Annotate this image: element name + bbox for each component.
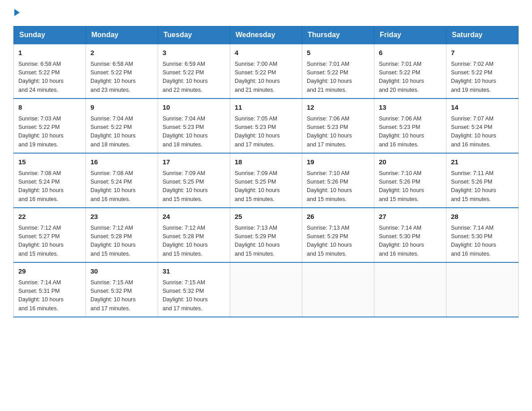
day-number: 8 xyxy=(18,103,81,113)
day-number: 9 xyxy=(90,103,153,113)
col-header-friday: Friday xyxy=(374,26,446,44)
calendar-cell: 18 Sunrise: 7:09 AM Sunset: 5:25 PM Dayl… xyxy=(230,153,302,208)
calendar-table: SundayMondayTuesdayWednesdayThursdayFrid… xyxy=(13,26,519,317)
day-info: Sunrise: 7:07 AM Sunset: 5:24 PM Dayligh… xyxy=(451,115,514,150)
day-number: 28 xyxy=(451,212,514,222)
day-info: Sunrise: 7:08 AM Sunset: 5:24 PM Dayligh… xyxy=(90,169,153,204)
logo-arrow-icon xyxy=(14,9,20,16)
day-number: 22 xyxy=(18,212,81,222)
day-number: 27 xyxy=(379,212,442,222)
day-number: 21 xyxy=(451,157,514,167)
calendar-cell: 23 Sunrise: 7:12 AM Sunset: 5:28 PM Dayl… xyxy=(86,208,158,262)
day-info: Sunrise: 7:06 AM Sunset: 5:23 PM Dayligh… xyxy=(379,115,442,150)
day-number: 14 xyxy=(451,103,514,113)
day-number: 5 xyxy=(307,48,369,58)
calendar-cell: 28 Sunrise: 7:14 AM Sunset: 5:30 PM Dayl… xyxy=(446,208,519,262)
day-number: 16 xyxy=(90,157,153,167)
calendar-week-row: 22 Sunrise: 7:12 AM Sunset: 5:27 PM Dayl… xyxy=(14,208,519,262)
day-info: Sunrise: 7:09 AM Sunset: 5:25 PM Dayligh… xyxy=(163,169,225,204)
day-info: Sunrise: 7:08 AM Sunset: 5:24 PM Dayligh… xyxy=(18,169,81,204)
calendar-cell: 22 Sunrise: 7:12 AM Sunset: 5:27 PM Dayl… xyxy=(14,208,86,262)
calendar-cell: 8 Sunrise: 7:03 AM Sunset: 5:22 PM Dayli… xyxy=(14,98,86,153)
day-number: 1 xyxy=(18,48,81,58)
calendar-cell: 26 Sunrise: 7:13 AM Sunset: 5:29 PM Dayl… xyxy=(302,208,374,262)
day-number: 4 xyxy=(235,48,297,58)
day-number: 29 xyxy=(18,266,81,277)
day-info: Sunrise: 7:14 AM Sunset: 5:31 PM Dayligh… xyxy=(18,278,81,313)
day-number: 20 xyxy=(379,157,442,167)
col-header-sunday: Sunday xyxy=(14,26,86,44)
calendar-cell: 3 Sunrise: 6:59 AM Sunset: 5:22 PM Dayli… xyxy=(158,44,230,98)
calendar-cell: 14 Sunrise: 7:07 AM Sunset: 5:24 PM Dayl… xyxy=(446,98,519,153)
logo xyxy=(13,9,20,17)
day-number: 30 xyxy=(90,266,153,277)
calendar-cell: 5 Sunrise: 7:01 AM Sunset: 5:22 PM Dayli… xyxy=(302,44,374,98)
calendar-week-row: 15 Sunrise: 7:08 AM Sunset: 5:24 PM Dayl… xyxy=(14,153,519,208)
calendar-cell: 12 Sunrise: 7:06 AM Sunset: 5:23 PM Dayl… xyxy=(302,98,374,153)
day-number: 18 xyxy=(235,157,297,167)
day-info: Sunrise: 7:04 AM Sunset: 5:23 PM Dayligh… xyxy=(163,115,225,150)
calendar-cell: 2 Sunrise: 6:58 AM Sunset: 5:22 PM Dayli… xyxy=(86,44,158,98)
calendar-cell xyxy=(302,262,374,317)
calendar-cell xyxy=(446,262,519,317)
day-info: Sunrise: 7:12 AM Sunset: 5:28 PM Dayligh… xyxy=(90,224,153,259)
col-header-thursday: Thursday xyxy=(302,26,374,44)
day-info: Sunrise: 6:59 AM Sunset: 5:22 PM Dayligh… xyxy=(163,60,225,95)
calendar-cell: 21 Sunrise: 7:11 AM Sunset: 5:26 PM Dayl… xyxy=(446,153,519,208)
calendar-cell: 20 Sunrise: 7:10 AM Sunset: 5:26 PM Dayl… xyxy=(374,153,446,208)
col-header-wednesday: Wednesday xyxy=(230,26,302,44)
day-number: 15 xyxy=(18,157,81,167)
day-number: 10 xyxy=(163,103,225,113)
calendar-cell xyxy=(374,262,446,317)
calendar-cell: 25 Sunrise: 7:13 AM Sunset: 5:29 PM Dayl… xyxy=(230,208,302,262)
calendar-cell: 30 Sunrise: 7:15 AM Sunset: 5:32 PM Dayl… xyxy=(86,262,158,317)
day-number: 6 xyxy=(379,48,442,58)
calendar-cell: 24 Sunrise: 7:12 AM Sunset: 5:28 PM Dayl… xyxy=(158,208,230,262)
calendar-cell: 1 Sunrise: 6:58 AM Sunset: 5:22 PM Dayli… xyxy=(14,44,86,98)
calendar-cell: 29 Sunrise: 7:14 AM Sunset: 5:31 PM Dayl… xyxy=(14,262,86,317)
calendar-cell: 11 Sunrise: 7:05 AM Sunset: 5:23 PM Dayl… xyxy=(230,98,302,153)
day-info: Sunrise: 7:04 AM Sunset: 5:22 PM Dayligh… xyxy=(90,115,153,150)
calendar-cell: 13 Sunrise: 7:06 AM Sunset: 5:23 PM Dayl… xyxy=(374,98,446,153)
calendar-cell: 17 Sunrise: 7:09 AM Sunset: 5:25 PM Dayl… xyxy=(158,153,230,208)
day-number: 23 xyxy=(90,212,153,222)
day-info: Sunrise: 6:58 AM Sunset: 5:22 PM Dayligh… xyxy=(90,60,153,95)
day-info: Sunrise: 7:14 AM Sunset: 5:30 PM Dayligh… xyxy=(451,224,514,259)
day-info: Sunrise: 7:06 AM Sunset: 5:23 PM Dayligh… xyxy=(307,115,369,150)
day-info: Sunrise: 7:01 AM Sunset: 5:22 PM Dayligh… xyxy=(307,60,369,95)
day-number: 11 xyxy=(235,103,297,113)
calendar-week-row: 29 Sunrise: 7:14 AM Sunset: 5:31 PM Dayl… xyxy=(14,262,519,317)
day-number: 24 xyxy=(163,212,225,222)
day-number: 7 xyxy=(451,48,514,58)
day-info: Sunrise: 7:15 AM Sunset: 5:32 PM Dayligh… xyxy=(90,278,153,313)
day-info: Sunrise: 7:09 AM Sunset: 5:25 PM Dayligh… xyxy=(235,169,297,204)
calendar-cell: 19 Sunrise: 7:10 AM Sunset: 5:26 PM Dayl… xyxy=(302,153,374,208)
day-info: Sunrise: 7:05 AM Sunset: 5:23 PM Dayligh… xyxy=(235,115,297,150)
calendar-header-row: SundayMondayTuesdayWednesdayThursdayFrid… xyxy=(14,26,519,44)
day-number: 17 xyxy=(163,157,225,167)
day-info: Sunrise: 7:01 AM Sunset: 5:22 PM Dayligh… xyxy=(379,60,442,95)
day-info: Sunrise: 7:13 AM Sunset: 5:29 PM Dayligh… xyxy=(235,224,297,259)
calendar-cell: 27 Sunrise: 7:14 AM Sunset: 5:30 PM Dayl… xyxy=(374,208,446,262)
day-number: 13 xyxy=(379,103,442,113)
day-number: 31 xyxy=(163,266,225,277)
calendar-cell: 7 Sunrise: 7:02 AM Sunset: 5:22 PM Dayli… xyxy=(446,44,519,98)
day-number: 19 xyxy=(307,157,369,167)
day-info: Sunrise: 6:58 AM Sunset: 5:22 PM Dayligh… xyxy=(18,60,81,95)
calendar-cell: 10 Sunrise: 7:04 AM Sunset: 5:23 PM Dayl… xyxy=(158,98,230,153)
calendar-week-row: 1 Sunrise: 6:58 AM Sunset: 5:22 PM Dayli… xyxy=(14,44,519,98)
day-info: Sunrise: 7:11 AM Sunset: 5:26 PM Dayligh… xyxy=(451,169,514,204)
day-info: Sunrise: 7:10 AM Sunset: 5:26 PM Dayligh… xyxy=(379,169,442,204)
day-info: Sunrise: 7:02 AM Sunset: 5:22 PM Dayligh… xyxy=(451,60,514,95)
day-info: Sunrise: 7:14 AM Sunset: 5:30 PM Dayligh… xyxy=(379,224,442,259)
day-info: Sunrise: 7:12 AM Sunset: 5:27 PM Dayligh… xyxy=(18,224,81,259)
col-header-tuesday: Tuesday xyxy=(158,26,230,44)
day-number: 2 xyxy=(90,48,153,58)
day-number: 12 xyxy=(307,103,369,113)
col-header-monday: Monday xyxy=(86,26,158,44)
calendar-cell xyxy=(230,262,302,317)
calendar-cell: 31 Sunrise: 7:15 AM Sunset: 5:32 PM Dayl… xyxy=(158,262,230,317)
calendar-cell: 4 Sunrise: 7:00 AM Sunset: 5:22 PM Dayli… xyxy=(230,44,302,98)
day-info: Sunrise: 7:03 AM Sunset: 5:22 PM Dayligh… xyxy=(18,115,81,150)
calendar-cell: 16 Sunrise: 7:08 AM Sunset: 5:24 PM Dayl… xyxy=(86,153,158,208)
